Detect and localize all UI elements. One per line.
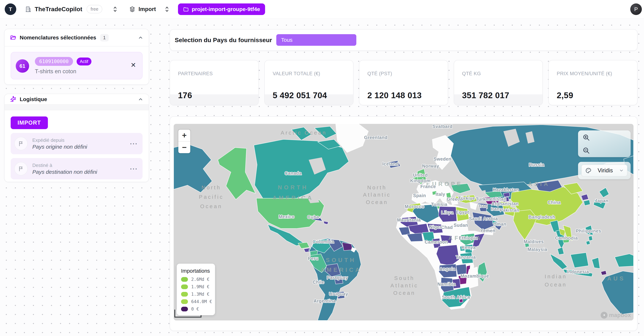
magnifier-minus-icon[interactable] <box>582 147 590 154</box>
legend-label: 2.6Md € <box>191 277 210 282</box>
map-tools-panel <box>578 130 631 157</box>
map-label: Angola <box>440 266 455 271</box>
map-label: Saudi Arabia <box>469 216 498 221</box>
map-label: Yemen <box>480 228 496 233</box>
map-label: Pacific <box>199 194 224 200</box>
map-label: Peru <box>308 256 318 261</box>
map-label: Sudan <box>454 223 468 228</box>
map-label: Mauritania <box>397 217 421 222</box>
logistics-rows: Expédié depuisPays origine non défini⋯De… <box>11 133 142 179</box>
world-choropleth-map[interactable]: Arctic OceanNorthPacificOceanNorthAtlant… <box>174 124 634 320</box>
logistics-row[interactable]: Destiné àPays destination non défini⋯ <box>11 158 142 179</box>
app-logo[interactable]: T <box>5 4 16 15</box>
map-label: Cambodia <box>555 235 578 240</box>
stat-label: PRIX MOYEN/UNITÉ (€) <box>557 71 612 77</box>
country-select[interactable]: Tous <box>276 34 356 46</box>
nav-flow-import[interactable]: Import <box>138 6 156 13</box>
map-label: Mozambique <box>460 273 489 278</box>
map-label: Indonesia <box>567 269 589 274</box>
legend-rows: 2.6Md €1.9Md €1.3Md €644.0M €0 € <box>181 277 211 311</box>
map-label: Chad <box>441 225 453 230</box>
map-label: Pakistan <box>500 208 519 213</box>
collapse-chevron-up-icon[interactable] <box>138 97 143 102</box>
nomenclature-label: T-shirts en coton <box>35 68 142 75</box>
stat-value: 2 120 148 013 <box>367 90 422 100</box>
mapbox-attribution[interactable]: mapbox <box>601 312 631 319</box>
map-zoom-out-button[interactable]: − <box>178 142 190 153</box>
stat-value: 2,59 <box>557 90 573 100</box>
stat-value: 351 782 017 <box>462 90 509 100</box>
org-switcher-icon[interactable] <box>112 6 118 12</box>
collapse-chevron-up-icon[interactable] <box>138 35 143 40</box>
app-name: TheTradeCopilot <box>35 6 82 13</box>
logistique-panel: Logistique IMPORT Expédié depuisPays ori… <box>4 94 149 182</box>
legend-swatch <box>181 284 188 289</box>
topbar: T TheTradeCopilot free Import <box>0 0 644 19</box>
map-label: Atlantic <box>363 192 391 198</box>
legend-row: 1.3Md € <box>181 292 211 297</box>
map-label: Cuba <box>307 214 319 220</box>
map-zoom-in-button[interactable]: + <box>178 130 190 141</box>
stat-label: VALEUR TOTALE (€) <box>273 71 320 77</box>
map-label: Spain <box>413 193 426 198</box>
stat-value: 176 <box>178 90 192 100</box>
nomenclatures-count: 1 <box>100 34 108 42</box>
plane-route-icon <box>10 96 16 103</box>
map-label: Namibia <box>437 281 456 287</box>
legend-label: 644.0M € <box>191 299 212 304</box>
map-label: Ocean <box>544 281 567 287</box>
stat-card: QTÉ (PST)2 120 148 013 <box>359 60 448 105</box>
flag-icon <box>14 137 28 150</box>
mapbox-pin-icon <box>601 312 608 319</box>
map-label: North <box>202 184 221 190</box>
project-badge[interactable]: projet-import-groupe-9tf4e <box>178 4 265 15</box>
stat-card: QTÉ KG351 782 017 <box>454 60 543 105</box>
legend-title: Importations <box>181 268 211 274</box>
avatar[interactable]: P <box>630 4 642 15</box>
flow-switcher-icon[interactable] <box>164 6 170 12</box>
mapbox-wordmark: mapbox <box>609 312 631 318</box>
logistics-row-value: Pays origine non défini <box>32 144 87 150</box>
map-label: Iceland <box>382 161 399 167</box>
map-label: Japan <box>595 198 608 203</box>
building-icon <box>25 6 32 13</box>
import-mode-button[interactable]: IMPORT <box>11 116 48 129</box>
logistics-row[interactable]: Expédié depuisPays origine non défini⋯ <box>11 133 142 154</box>
supplier-filter-card: Selection du Pays du fournisseur Tous <box>170 29 638 51</box>
nomenclature-item[interactable]: 61 6109100000 Actif T-shirts en coton ✕ <box>11 52 142 79</box>
supplier-filter-title: Selection du Pays du fournisseur <box>175 37 272 44</box>
map-label: Ocean <box>393 290 416 296</box>
legend-row: 0 € <box>181 306 211 311</box>
palette-select[interactable]: Viridis <box>581 165 628 176</box>
project-badge-label: projet-import-groupe-9tf4e <box>192 6 260 12</box>
magnifier-plus-icon[interactable] <box>582 134 590 141</box>
folder-open-icon <box>10 34 16 41</box>
stat-value: 5 492 051 704 <box>273 90 327 100</box>
stat-label: PARTENAIRES <box>178 71 213 77</box>
map-label: Italy <box>436 192 445 197</box>
close-icon[interactable]: ✕ <box>131 61 136 69</box>
map-label: Canada <box>284 171 302 176</box>
map-label: Indian <box>544 273 567 279</box>
map-label: United <box>413 173 428 178</box>
stat-label: QTÉ KG <box>462 71 481 77</box>
map-label: Paraguay <box>327 275 348 280</box>
map-label: Iran <box>491 206 500 211</box>
legend-row: 2.6Md € <box>181 277 211 282</box>
map-label: Türkiye <box>458 196 475 201</box>
map-label: SOUTH <box>326 257 356 263</box>
map-label: Mexico <box>279 214 294 219</box>
logistics-row-value: Pays destination non défini <box>32 169 97 175</box>
legend-swatch <box>181 299 188 304</box>
plan-badge: free <box>86 5 102 13</box>
logistics-row-label: Destiné à <box>32 163 97 168</box>
map-label: Kingdom <box>410 178 430 183</box>
chevron-down-icon <box>619 168 624 173</box>
map-label: AMERICA <box>273 195 314 201</box>
map-label: NORTH <box>278 184 308 191</box>
map-label: Philippines <box>576 228 601 233</box>
map-label: Oman <box>493 221 506 227</box>
map-label: Ocean <box>200 203 222 209</box>
map-label: Ethiopia <box>459 235 478 240</box>
legend-label: 1.3Md € <box>191 292 210 297</box>
